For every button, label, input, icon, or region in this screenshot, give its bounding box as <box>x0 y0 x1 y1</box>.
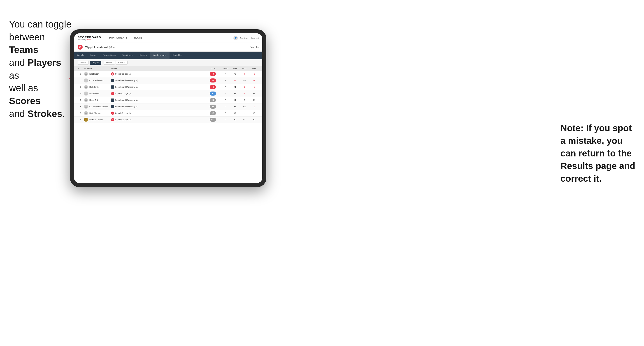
top-nav: SCOREBOARD Powered by clippd TOURNAMENTS… <box>74 33 262 43</box>
row-num: 8 <box>78 119 84 121</box>
nav-right: 👤 Test User | Sign out <box>234 36 259 40</box>
thru-cell: F <box>221 79 230 82</box>
leaderboard-table: # PLAYER TEAM TOTAL THRU RD1 RD2 RD3 1 E… <box>74 66 262 183</box>
nav-tab-tournaments[interactable]: TOURNAMENTS <box>106 33 131 43</box>
row-num: 5 <box>78 99 84 101</box>
score-badge: -4 <box>210 78 216 82</box>
player-cell: Elliot Ebert <box>84 72 111 76</box>
user-label: Test User | <box>240 37 250 39</box>
total-cell: +11 <box>205 118 221 122</box>
svg-point-4 <box>86 93 86 94</box>
player-avatar <box>84 111 88 115</box>
team-cell: Scoreboard University [A] <box>111 85 205 89</box>
note-line5: correct it. <box>560 173 602 183</box>
svg-point-1 <box>86 73 86 74</box>
player-cell: Blair McHarg <box>84 111 111 115</box>
toggle-strokes[interactable]: Strokes <box>116 61 128 65</box>
player-name: Blair McHarg <box>90 112 101 114</box>
sub-nav-printables[interactable]: Printables <box>170 52 185 59</box>
team-cell: C Clippd College [A] <box>111 112 205 115</box>
player-name: Cameron Robertson <box>90 106 108 108</box>
player-avatar <box>84 78 88 82</box>
annotation-line1: You can toggle <box>9 19 71 29</box>
table-row: 3 Rich Butler Scoreboard University [A] … <box>74 84 262 90</box>
sub-nav-teams[interactable]: Teams <box>87 52 100 59</box>
col-num: # <box>78 67 84 70</box>
rd2-cell: +7 <box>240 119 249 121</box>
player-avatar <box>84 72 88 76</box>
total-cell: +6 <box>205 105 221 109</box>
team-cell: Scoreboard University [A] <box>111 79 205 82</box>
toggle-row: Teams Players Scores Strokes <box>74 59 262 66</box>
logo-text: SCOREBOARD <box>78 36 101 39</box>
annotation-line3: and Players as <box>9 57 61 81</box>
player-name: Rich Butler <box>90 86 99 88</box>
team-name: Scoreboard University [A] <box>115 106 138 108</box>
total-cell: -8 <box>205 72 221 76</box>
score-badge: +11 <box>210 118 216 122</box>
col-rd2: RD2 <box>240 67 249 70</box>
team-name: Clippd College [A] <box>115 92 131 95</box>
svg-point-6 <box>86 106 86 107</box>
nav-tab-teams[interactable]: TEAMS <box>131 33 146 43</box>
sub-nav-results[interactable]: Results <box>136 52 150 59</box>
row-num: 4 <box>78 92 84 95</box>
annotation-line2: between Teams <box>9 32 45 55</box>
player-name: David Ford <box>90 92 99 95</box>
rd3-cell: +2 <box>249 119 259 121</box>
row-num: 2 <box>78 79 84 82</box>
thru-cell: F <box>221 73 230 75</box>
team-logo-scoreboard <box>111 85 114 89</box>
team-logo-clippd: C <box>111 92 114 95</box>
table-header: # PLAYER TEAM TOTAL THRU RD1 RD2 RD3 <box>74 66 262 71</box>
rd1-cell: +2 <box>230 112 240 114</box>
player-cell: 🏌 Marcus Turners <box>84 118 111 122</box>
total-cell: -2 <box>205 85 221 89</box>
score-badge: -8 <box>210 72 216 76</box>
table-row: 2 Chris Robertson Scoreboard University … <box>74 77 262 84</box>
rd1-cell: +1 <box>230 92 240 95</box>
tournament-name: Clippd Invitational <box>85 45 108 49</box>
toggle-players[interactable]: Players <box>90 61 101 65</box>
thru-cell: F <box>221 92 230 95</box>
sub-nav-course-setup[interactable]: Course Setup <box>100 52 119 59</box>
player-name: Elliot Ebert <box>90 73 99 75</box>
thru-cell: F <box>221 112 230 114</box>
left-annotation: You can toggle between Teams and Players… <box>9 18 72 120</box>
rd2-cell: -2 <box>240 86 249 88</box>
rd1-cell: +3 <box>230 73 240 75</box>
sub-nav-details[interactable]: Details <box>74 52 87 59</box>
rd2-cell: +2 <box>240 106 249 108</box>
logo-sub: Powered by clippd <box>78 39 101 41</box>
col-team: TEAM <box>111 67 205 70</box>
rd1-cell: +1 <box>230 86 240 88</box>
player-avatar <box>84 92 88 96</box>
toggle-scores[interactable]: Scores <box>104 61 115 65</box>
team-cell: Scoreboard University [A] <box>111 105 205 108</box>
toggle-teams[interactable]: Teams <box>78 61 89 65</box>
rd2-cell: +1 <box>240 112 249 114</box>
total-cell: +1 <box>205 98 221 102</box>
team-logo-scoreboard <box>111 105 114 108</box>
note-line4: Results page and <box>560 161 635 171</box>
table-row: 4 David Ford C Clippd College [A] E F +1… <box>74 90 262 97</box>
player-cell: Rich Butler <box>84 85 111 89</box>
table-body: 1 Elliot Ebert C Clippd College [A] -8 F… <box>74 71 262 123</box>
tournament-logo: C <box>78 45 82 50</box>
sub-nav-leaderboards[interactable]: Leaderboards <box>150 52 170 59</box>
tournament-gender: (Men) <box>109 46 116 48</box>
rd2-cell: -4 <box>240 92 249 95</box>
app-logo: SCOREBOARD Powered by clippd <box>78 36 101 41</box>
col-total: TOTAL <box>205 67 221 70</box>
sign-out-link[interactable]: Sign out <box>251 37 259 39</box>
cancel-button[interactable]: Cancel × <box>250 46 259 48</box>
sub-nav-tee-groups[interactable]: Tee Groups <box>119 52 136 59</box>
rd3-cell: -1 <box>249 86 259 88</box>
player-avatar <box>84 98 88 102</box>
nav-tabs: TOURNAMENTS TEAMS <box>106 33 146 43</box>
team-logo-clippd: C <box>111 112 114 115</box>
team-name: Clippd College [A] <box>115 119 131 121</box>
table-row: 6 Cameron Robertson Scoreboard Universit… <box>74 103 262 110</box>
rd3-cell: -4 <box>249 79 259 82</box>
note-line2: a mistake, you <box>560 136 623 146</box>
